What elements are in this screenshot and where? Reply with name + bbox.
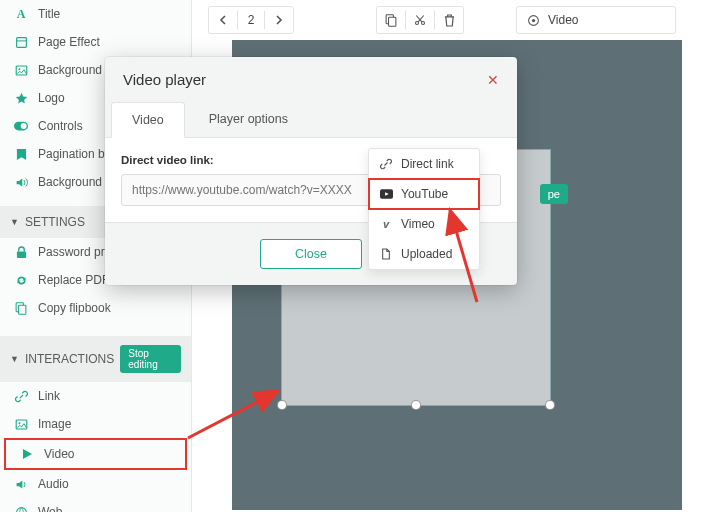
sidebar-item-web[interactable]: Web: [0, 498, 191, 512]
element-type-label: Video: [548, 13, 578, 27]
sidebar-item-audio[interactable]: Audio: [0, 470, 191, 498]
page-icon: [14, 35, 28, 49]
svg-rect-5: [16, 251, 25, 257]
edit-group: [376, 6, 464, 34]
refresh-icon: [14, 273, 28, 287]
menu-item-label: Direct link: [401, 157, 454, 171]
svg-point-16: [532, 18, 535, 21]
sidebar-item-label: Logo: [38, 91, 65, 105]
menu-item-label: Vimeo: [401, 217, 435, 231]
file-icon: [379, 248, 393, 260]
link-icon: [14, 389, 28, 403]
prev-page-button[interactable]: [209, 7, 237, 33]
resize-handle-s[interactable]: [412, 401, 420, 409]
target-icon: [527, 14, 540, 27]
sidebar-item-label: Video: [44, 447, 74, 461]
sidebar-item-label: Image: [38, 417, 71, 431]
menu-item-youtube[interactable]: YouTube: [369, 179, 479, 209]
svg-point-9: [18, 422, 20, 424]
font-icon: A: [14, 7, 28, 21]
toggle-icon: [14, 119, 28, 133]
image-icon: [14, 63, 28, 77]
menu-item-vimeo[interactable]: v Vimeo: [369, 209, 479, 239]
sidebar-item-label: Background: [38, 63, 102, 77]
menu-item-label: Uploaded: [401, 247, 452, 261]
topbar: 2 Video: [200, 4, 720, 36]
close-icon[interactable]: ✕: [487, 72, 499, 88]
resize-handle-sw[interactable]: [278, 401, 286, 409]
svg-rect-7: [19, 305, 26, 314]
copy-icon: [14, 301, 28, 315]
delete-button[interactable]: [435, 7, 463, 33]
sidebar-item-label: Pagination bar: [38, 147, 115, 161]
stop-editing-button[interactable]: Stop editing: [120, 345, 181, 373]
svg-point-13: [416, 22, 419, 25]
element-type-badge: pe: [540, 184, 568, 204]
svg-point-10: [16, 507, 26, 512]
sidebar-item-video[interactable]: Video: [6, 440, 185, 468]
sound-icon: [14, 477, 28, 491]
svg-point-14: [422, 22, 425, 25]
youtube-icon: [379, 189, 393, 199]
svg-rect-0: [16, 37, 26, 47]
copy-button[interactable]: [377, 7, 405, 33]
sidebar-item-label: Title: [38, 7, 60, 21]
sidebar-item-label: Audio: [38, 477, 69, 491]
cut-button[interactable]: [406, 7, 434, 33]
play-icon: [20, 447, 34, 461]
svg-point-2: [18, 68, 20, 70]
sidebar-item-label: Copy flipbook: [38, 301, 111, 315]
menu-item-uploaded[interactable]: Uploaded: [369, 239, 479, 269]
sidebar-item-copy-flipbook[interactable]: Copy flipbook: [0, 294, 191, 322]
close-button[interactable]: Close: [260, 239, 362, 269]
sidebar-item-title[interactable]: A Title: [0, 0, 191, 28]
sidebar-item-image[interactable]: Image: [0, 410, 191, 438]
highlight-annotation: Video: [4, 438, 187, 470]
sidebar-item-label: Page Effect: [38, 35, 100, 49]
globe-icon: [14, 505, 28, 512]
star-icon: [14, 91, 28, 105]
sidebar-item-label: Link: [38, 389, 60, 403]
svg-rect-12: [389, 17, 396, 26]
resize-handle-se[interactable]: [546, 401, 554, 409]
next-page-button[interactable]: [265, 7, 293, 33]
modal-title: Video player: [123, 71, 206, 88]
image-icon: [14, 417, 28, 431]
bookmark-icon: [14, 147, 28, 161]
menu-item-direct-link[interactable]: Direct link: [369, 149, 479, 179]
page-nav-group: 2: [208, 6, 294, 34]
sidebar-item-link[interactable]: Link: [0, 382, 191, 410]
caret-down-icon: ▼: [10, 217, 19, 227]
sidebar-item-label: Replace PDF: [38, 273, 109, 287]
section-interactions-header[interactable]: ▼ INTERACTIONS Stop editing: [0, 336, 191, 382]
sidebar-item-page-effect[interactable]: Page Effect: [0, 28, 191, 56]
section-title: SETTINGS: [25, 215, 85, 229]
vimeo-icon: v: [379, 218, 393, 230]
caret-down-icon: ▼: [10, 354, 19, 364]
menu-item-label: YouTube: [401, 187, 448, 201]
link-icon: [379, 158, 393, 170]
svg-point-4: [21, 123, 27, 129]
sidebar-item-label: Controls: [38, 119, 83, 133]
tab-player-options[interactable]: Player options: [189, 102, 308, 137]
lock-icon: [14, 245, 28, 259]
element-type-select[interactable]: Video: [516, 6, 676, 34]
modal-tabs: Video Player options: [105, 102, 517, 138]
section-title: INTERACTIONS: [25, 352, 114, 366]
tab-video[interactable]: Video: [111, 102, 185, 138]
video-source-menu: Direct link YouTube v Vimeo Uploaded: [368, 148, 480, 270]
sound-icon: [14, 175, 28, 189]
sidebar-item-label: Web: [38, 505, 62, 512]
page-number[interactable]: 2: [238, 13, 264, 27]
